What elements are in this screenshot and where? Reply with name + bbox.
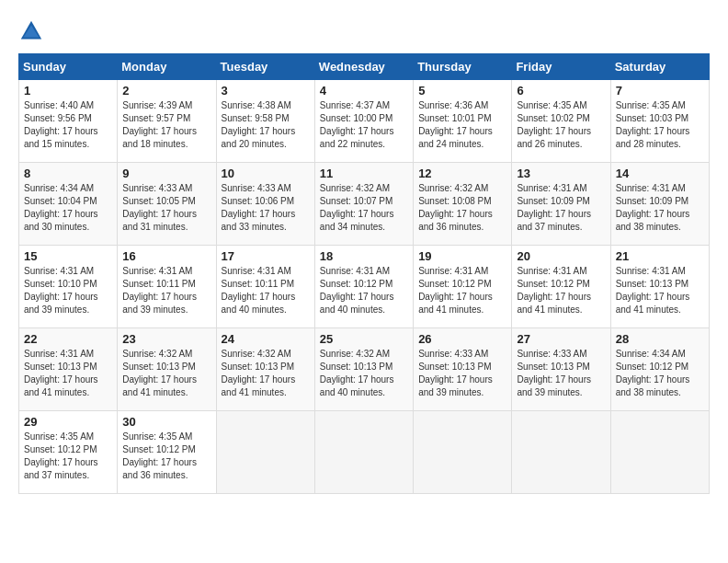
calendar-cell: 10Sunrise: 4:33 AMSunset: 10:06 PMDaylig… [216,163,314,246]
calendar-cell: 16Sunrise: 4:31 AMSunset: 10:11 PMDaylig… [118,246,216,328]
day-number: 22 [24,332,112,346]
calendar-cell: 4Sunrise: 4:37 AMSunset: 10:00 PMDayligh… [314,80,413,163]
day-number: 12 [418,167,506,180]
calendar-cell: 11Sunrise: 4:32 AMSunset: 10:07 PMDaylig… [314,163,413,246]
day-number: 27 [517,332,605,346]
day-info: Sunrise: 4:32 AMSunset: 10:08 PMDaylight… [418,182,506,234]
day-info: Sunrise: 4:31 AMSunset: 10:12 PMDaylight… [517,265,605,316]
day-info: Sunrise: 4:31 AMSunset: 10:09 PMDaylight… [517,182,605,234]
day-info: Sunrise: 4:32 AMSunset: 10:07 PMDaylight… [320,182,408,234]
day-info: Sunrise: 4:31 AMSunset: 10:13 PMDaylight… [616,265,704,316]
calendar-cell: 7Sunrise: 4:35 AMSunset: 10:03 PMDayligh… [610,80,709,163]
calendar-cell [216,411,314,494]
day-info: Sunrise: 4:31 AMSunset: 10:12 PMDaylight… [418,265,506,316]
day-number: 3 [222,84,310,98]
column-header-thursday: Thursday [414,54,512,80]
day-info: Sunrise: 4:31 AMSunset: 10:10 PMDaylight… [24,265,112,316]
calendar-cell: 30Sunrise: 4:35 AMSunset: 10:12 PMDaylig… [118,411,216,494]
day-info: Sunrise: 4:31 AMSunset: 10:11 PMDaylight… [122,265,210,316]
calendar-cell: 20Sunrise: 4:31 AMSunset: 10:12 PMDaylig… [512,246,610,328]
calendar-week-row: 15Sunrise: 4:31 AMSunset: 10:10 PMDaylig… [19,246,710,328]
calendar-cell: 27Sunrise: 4:33 AMSunset: 10:13 PMDaylig… [512,328,610,411]
day-info: Sunrise: 4:32 AMSunset: 10:13 PMDaylight… [222,348,310,399]
day-number: 5 [418,84,506,98]
day-number: 23 [122,332,210,346]
day-info: Sunrise: 4:38 AMSunset: 9:58 PMDaylight:… [222,99,310,151]
calendar: SundayMondayTuesdayWednesdayThursdayFrid… [18,53,710,494]
day-number: 20 [517,249,605,263]
day-number: 9 [122,167,210,180]
calendar-cell [512,411,610,494]
day-info: Sunrise: 4:40 AMSunset: 9:56 PMDaylight:… [24,99,112,151]
calendar-cell: 13Sunrise: 4:31 AMSunset: 10:09 PMDaylig… [512,163,610,246]
day-number: 29 [24,415,112,429]
day-number: 15 [24,249,112,263]
day-number: 24 [222,332,310,346]
day-info: Sunrise: 4:32 AMSunset: 10:13 PMDaylight… [122,348,210,399]
calendar-cell: 22Sunrise: 4:31 AMSunset: 10:13 PMDaylig… [19,328,118,411]
day-info: Sunrise: 4:34 AMSunset: 10:04 PMDaylight… [24,182,112,234]
day-number: 19 [418,249,506,263]
calendar-week-row: 29Sunrise: 4:35 AMSunset: 10:12 PMDaylig… [19,411,710,494]
day-number: 10 [222,167,310,180]
day-number: 13 [517,167,605,180]
day-info: Sunrise: 4:39 AMSunset: 9:57 PMDaylight:… [122,99,210,151]
day-info: Sunrise: 4:31 AMSunset: 10:11 PMDaylight… [222,265,310,316]
day-info: Sunrise: 4:35 AMSunset: 10:12 PMDaylight… [24,431,112,482]
day-info: Sunrise: 4:36 AMSunset: 10:01 PMDaylight… [418,99,506,151]
calendar-cell: 25Sunrise: 4:32 AMSunset: 10:13 PMDaylig… [314,328,413,411]
column-header-saturday: Saturday [610,54,709,80]
calendar-cell: 19Sunrise: 4:31 AMSunset: 10:12 PMDaylig… [414,246,512,328]
day-number: 26 [418,332,506,346]
calendar-cell: 12Sunrise: 4:32 AMSunset: 10:08 PMDaylig… [414,163,512,246]
day-info: Sunrise: 4:35 AMSunset: 10:02 PMDaylight… [517,99,605,151]
day-number: 6 [517,84,605,98]
column-header-wednesday: Wednesday [314,54,413,80]
day-info: Sunrise: 4:35 AMSunset: 10:12 PMDaylight… [122,431,210,482]
day-info: Sunrise: 4:33 AMSunset: 10:13 PMDaylight… [418,348,506,399]
day-info: Sunrise: 4:33 AMSunset: 10:06 PMDaylight… [222,182,310,234]
calendar-cell: 6Sunrise: 4:35 AMSunset: 10:02 PMDayligh… [512,80,610,163]
day-number: 4 [320,84,408,98]
calendar-cell: 8Sunrise: 4:34 AMSunset: 10:04 PMDayligh… [19,163,118,246]
day-info: Sunrise: 4:31 AMSunset: 10:12 PMDaylight… [320,265,408,316]
calendar-cell [610,411,709,494]
column-header-monday: Monday [118,54,216,80]
day-info: Sunrise: 4:31 AMSunset: 10:09 PMDaylight… [616,182,704,234]
day-info: Sunrise: 4:37 AMSunset: 10:00 PMDaylight… [320,99,408,151]
calendar-cell: 2Sunrise: 4:39 AMSunset: 9:57 PMDaylight… [118,80,216,163]
calendar-cell: 24Sunrise: 4:32 AMSunset: 10:13 PMDaylig… [216,328,314,411]
calendar-week-row: 8Sunrise: 4:34 AMSunset: 10:04 PMDayligh… [19,163,710,246]
calendar-cell: 18Sunrise: 4:31 AMSunset: 10:12 PMDaylig… [314,246,413,328]
day-number: 17 [222,249,310,263]
calendar-cell: 15Sunrise: 4:31 AMSunset: 10:10 PMDaylig… [19,246,118,328]
day-number: 25 [320,332,408,346]
day-number: 30 [122,415,210,429]
calendar-cell: 3Sunrise: 4:38 AMSunset: 9:58 PMDaylight… [216,80,314,163]
calendar-cell: 5Sunrise: 4:36 AMSunset: 10:01 PMDayligh… [414,80,512,163]
day-number: 2 [122,84,210,98]
column-header-friday: Friday [512,54,610,80]
day-number: 28 [616,332,704,346]
day-number: 14 [616,167,704,180]
calendar-cell: 14Sunrise: 4:31 AMSunset: 10:09 PMDaylig… [610,163,709,246]
calendar-cell [414,411,512,494]
day-number: 7 [616,84,704,98]
calendar-cell: 23Sunrise: 4:32 AMSunset: 10:13 PMDaylig… [118,328,216,411]
day-info: Sunrise: 4:33 AMSunset: 10:13 PMDaylight… [517,348,605,399]
header [18,18,710,44]
calendar-cell: 26Sunrise: 4:33 AMSunset: 10:13 PMDaylig… [414,328,512,411]
day-number: 8 [24,167,112,180]
logo-icon [18,18,44,44]
day-number: 16 [122,249,210,263]
calendar-cell: 17Sunrise: 4:31 AMSunset: 10:11 PMDaylig… [216,246,314,328]
day-info: Sunrise: 4:32 AMSunset: 10:13 PMDaylight… [320,348,408,399]
calendar-cell: 21Sunrise: 4:31 AMSunset: 10:13 PMDaylig… [610,246,709,328]
day-info: Sunrise: 4:33 AMSunset: 10:05 PMDaylight… [122,182,210,234]
calendar-cell: 29Sunrise: 4:35 AMSunset: 10:12 PMDaylig… [19,411,118,494]
column-header-sunday: Sunday [19,54,118,80]
calendar-week-row: 1Sunrise: 4:40 AMSunset: 9:56 PMDaylight… [19,80,710,163]
day-number: 11 [320,167,408,180]
calendar-cell: 28Sunrise: 4:34 AMSunset: 10:12 PMDaylig… [610,328,709,411]
day-info: Sunrise: 4:34 AMSunset: 10:12 PMDaylight… [616,348,704,399]
